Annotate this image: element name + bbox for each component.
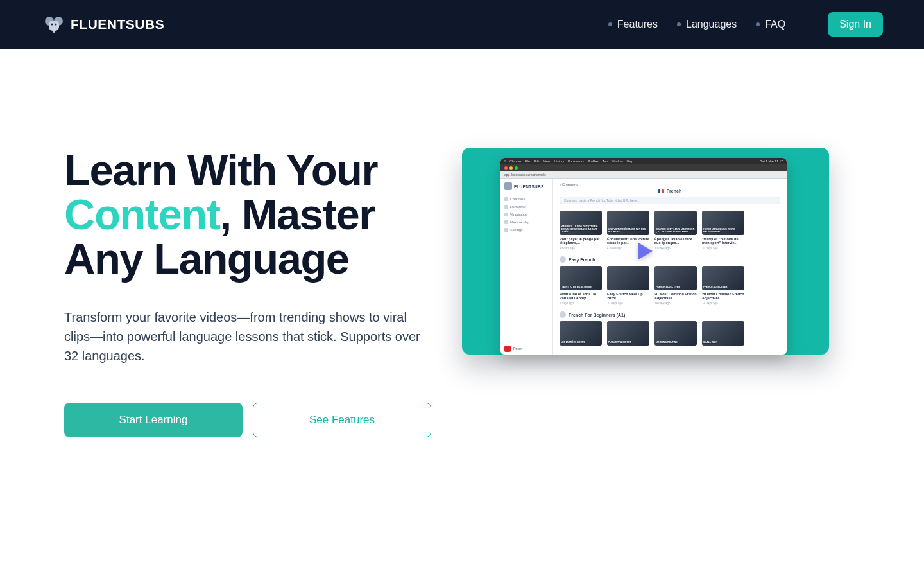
video-card: CHARLIE COBY LENNI MARTINSON: ÇA CARTONN… — [654, 211, 697, 250]
video-card: MORNING ROUTINE — [654, 321, 697, 346]
sidebar-item-settings: Settings — [504, 226, 549, 234]
elephant-icon — [504, 182, 512, 190]
hero-subtitle: Transform your favorite videos—from tren… — [64, 308, 424, 365]
video-thumbnail: FRENCH ADJECTIVES — [654, 266, 697, 290]
video-cards-row: LES ENTRÉES SHOPSPUBLIC TRANSPORTMORNING… — [560, 321, 780, 346]
gear-icon — [504, 228, 508, 232]
video-thumbnail: LES ENTRÉES SHOPS — [560, 321, 602, 346]
hero-section: Learn With Your Content, Master Any Lang… — [0, 49, 924, 437]
video-card: FRENCH ADJECTIVES20 Most Common French A… — [702, 266, 744, 305]
video-meta: 10 days ago — [607, 302, 649, 305]
video-thumbnail: UNE VOITURE ÉCRASÉE PAR DES ROCHERS — [607, 211, 649, 235]
video-card: SMALL TALK — [702, 321, 744, 346]
brand-name: FLUENTSUBS — [71, 17, 164, 32]
channel-heading-beginners: French For Beginners (A1) — [560, 311, 780, 318]
svg-rect-5 — [53, 27, 55, 33]
channel-avatar — [560, 256, 566, 263]
flag-france-icon — [658, 189, 664, 193]
video-card: PUBLIC TRANSPORT — [607, 321, 649, 346]
bullet-icon — [677, 22, 681, 26]
hero-copy: Learn With Your Content, Master Any Lang… — [64, 148, 436, 437]
hero-media:  Chrome File Edit View History Bookmark… — [462, 148, 860, 437]
video-title: Pour payer le péage par téléphone,... — [560, 237, 602, 245]
video-card: LES ENTRÉES SHOPS — [560, 321, 602, 346]
channel-avatar — [560, 311, 566, 318]
video-meta: 7 days ago — [560, 302, 602, 305]
cta-row: Start Learning See Features — [64, 403, 436, 437]
sidebar-item-rehearse: Rehearse — [504, 203, 549, 211]
video-title: Éponges lavables face aux éponges... — [654, 237, 697, 245]
video-preview-card:  Chrome File Edit View History Bookmark… — [462, 148, 829, 355]
book-icon — [504, 213, 508, 216]
svg-point-3 — [51, 24, 53, 26]
avatar — [504, 346, 511, 352]
sidebar-item-vocabulary: Vocabulary — [504, 211, 549, 218]
video-thumbnail: MAIS SEUL LE PDG DE TEXTILES: AUCUN SENS… — [560, 211, 602, 235]
video-card: MAIS SEUL LE PDG DE TEXTILES: AUCUN SENS… — [560, 211, 602, 250]
video-meta: 10 days ago — [702, 247, 744, 250]
nav-features[interactable]: Features — [608, 19, 658, 30]
video-cards-row: MAIS SEUL LE PDG DE TEXTILES: AUCUN SENS… — [560, 211, 780, 250]
video-meta: 14 days ago — [654, 302, 697, 305]
video-title: 20 Most Common French Adjectives... — [654, 292, 697, 301]
svg-point-4 — [55, 24, 57, 26]
video-card: Easy French Meet Up 2025!10 days ago — [607, 266, 649, 305]
sidebar-item-channels: Channels — [504, 195, 549, 203]
sidebar-user: Peter — [504, 346, 522, 352]
app-sidebar: FLUENTSUBS Channels Rehearse Vocabulary … — [501, 179, 553, 355]
video-thumbnail: PUBLIC TRANSPORT — [607, 321, 649, 346]
channel-heading-easy-french: Easy French — [560, 256, 780, 263]
browser-tabbar — [501, 164, 787, 171]
language-heading: French — [560, 189, 780, 193]
start-learning-button[interactable]: Start Learning — [64, 403, 243, 437]
video-thumbnail: MORNING ROUTINE — [654, 321, 697, 346]
video-card: I WANT TO BE AN ACTRESS!What Kind of Job… — [560, 266, 602, 305]
card-icon — [504, 220, 508, 224]
repeat-icon — [504, 205, 508, 209]
nav-languages[interactable]: Languages — [677, 19, 737, 30]
window-controls — [504, 166, 518, 170]
nav-faq[interactable]: FAQ — [756, 19, 785, 30]
bullet-icon — [756, 22, 760, 26]
mac-menubar:  Chrome File Edit View History Bookmark… — [501, 158, 787, 164]
video-thumbnail: I WANT TO BE AN ACTRESS! — [560, 266, 602, 290]
grid-icon — [504, 197, 508, 201]
signin-button[interactable]: Sign In — [828, 12, 883, 37]
video-thumbnail: SMALL TALK — [702, 321, 744, 346]
bullet-icon — [608, 22, 612, 26]
top-nav: Features Languages FAQ Sign In — [608, 12, 883, 37]
video-thumbnail: HYVER MANNEQUINS RESTE EXCEPTIONNEL — [702, 211, 744, 235]
video-card: HYVER MANNEQUINS RESTE EXCEPTIONNEL"Marq… — [702, 211, 744, 250]
app-sidebar-logo: FLUENTSUBS — [504, 182, 549, 190]
app-body: FLUENTSUBS Channels Rehearse Vocabulary … — [501, 179, 787, 355]
site-header: FLUENTSUBS Features Languages FAQ Sign I… — [0, 0, 924, 49]
see-features-button[interactable]: See Features — [253, 403, 431, 437]
url-paste-input: Copy and paste a French YouTube video UR… — [560, 197, 780, 204]
video-thumbnail: CHARLIE COBY LENNI MARTINSON: ÇA CARTONN… — [654, 211, 697, 235]
brand-logo[interactable]: FLUENTSUBS — [42, 13, 164, 36]
apple-icon:  — [504, 159, 506, 163]
video-title: "Marquer l'histoire de mon sport" Interv… — [702, 237, 744, 245]
video-title: What Kind of Jobs Do Parisians Apply... — [560, 292, 602, 301]
hero-headline: Learn With Your Content, Master Any Lang… — [64, 148, 436, 281]
sidebar-item-membership: Membership — [504, 218, 549, 226]
video-cards-row: I WANT TO BE AN ACTRESS!What Kind of Job… — [560, 266, 780, 305]
video-card: FRENCH ADJECTIVES20 Most Common French A… — [654, 266, 697, 305]
video-thumbnail — [607, 266, 649, 290]
app-main: › Channels French Copy and paste a Frenc… — [553, 179, 787, 355]
breadcrumb: › Channels — [560, 182, 780, 186]
play-icon[interactable] — [638, 243, 653, 259]
video-thumbnail: FRENCH ADJECTIVES — [702, 266, 744, 290]
video-meta: 10 days ago — [654, 247, 697, 250]
elephant-icon — [42, 13, 65, 36]
video-meta: 4 hours ago — [560, 247, 602, 250]
video-meta: 14 days ago — [702, 302, 744, 305]
video-title: Easy French Meet Up 2025! — [607, 292, 649, 301]
browser-urlbar: app.fluentsubs.com/channels — [501, 171, 787, 179]
video-title: 20 Most Common French Adjectives... — [702, 292, 744, 301]
